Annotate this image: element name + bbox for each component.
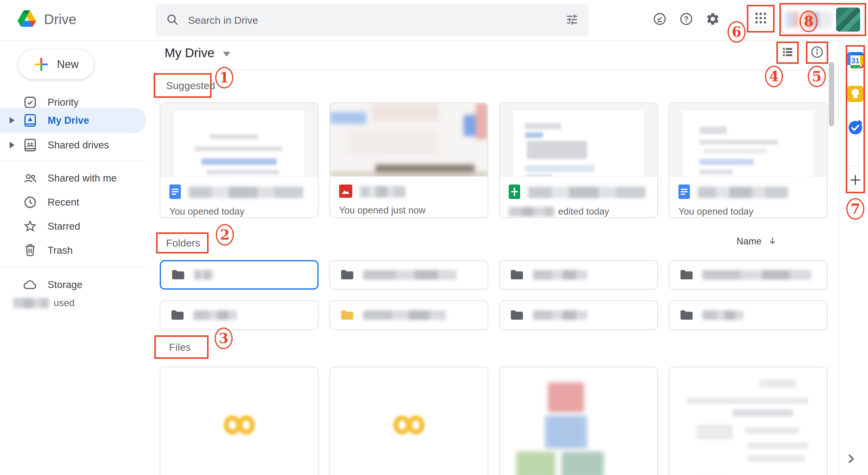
search-options-icon[interactable] xyxy=(565,13,579,27)
sheets-file-icon xyxy=(509,184,520,200)
header-divider xyxy=(157,70,828,70)
sidebar-item-shared-drives[interactable]: Shared drives xyxy=(0,133,147,157)
drive-logo[interactable]: Drive xyxy=(17,10,76,29)
sort-label[interactable]: Name xyxy=(737,236,762,247)
account-avatar[interactable] xyxy=(836,7,860,32)
expand-arrow-icon[interactable] xyxy=(10,117,14,124)
folder-card-selected[interactable] xyxy=(160,260,318,290)
search-bar[interactable]: Search in Drive xyxy=(156,4,589,36)
left-sidebar: New Priority My Drive xyxy=(0,40,152,475)
sidebar-item-shared-with-me[interactable]: Shared with me xyxy=(0,166,147,190)
panel-divider xyxy=(848,166,862,166)
folder-icon xyxy=(680,309,693,321)
annotation-number-3: 3 xyxy=(215,328,233,349)
folder-card[interactable] xyxy=(499,260,658,290)
folder-icon-yellow xyxy=(340,309,354,321)
trash-icon xyxy=(23,243,37,258)
sidebar-divider xyxy=(0,267,147,267)
annotation-number-4: 4 xyxy=(765,66,783,87)
annotation-number-6: 6 xyxy=(727,21,746,43)
storage-used-row: used xyxy=(13,297,74,309)
docs-file-icon xyxy=(169,184,181,200)
account-area[interactable] xyxy=(782,5,864,34)
annotation-number-1: 1 xyxy=(215,67,233,89)
help-icon[interactable]: ? xyxy=(678,11,694,27)
arrow-down-icon[interactable] xyxy=(767,235,778,247)
folder-icon xyxy=(680,269,693,280)
file-title-redacted xyxy=(189,186,303,198)
apps-grid-icon[interactable] xyxy=(753,11,768,27)
offline-status-icon[interactable] xyxy=(652,11,668,27)
suggested-card[interactable]: You opened today xyxy=(669,102,828,218)
vertical-scrollbar[interactable] xyxy=(829,62,834,127)
annotation-box-side-apps: 31 xyxy=(846,45,865,193)
star-icon xyxy=(23,219,37,234)
folder-card[interactable] xyxy=(330,300,488,330)
suggested-card[interactable]: edited today xyxy=(499,102,658,218)
folder-card[interactable] xyxy=(669,260,828,290)
folder-name-redacted xyxy=(363,310,446,320)
my-drive-icon xyxy=(23,113,37,128)
sidebar-item-recent[interactable]: Recent xyxy=(0,190,147,214)
plus-multicolor-icon xyxy=(33,57,49,72)
annotation-number-8: 8 xyxy=(800,10,818,32)
google-tasks-icon[interactable] xyxy=(847,120,864,137)
chevron-down-icon[interactable] xyxy=(223,52,230,57)
annotation-box-suggested: Suggested xyxy=(154,73,212,98)
storage-cloud-icon xyxy=(23,277,37,292)
location-title[interactable]: My Drive xyxy=(164,46,230,60)
emoji-thumbnail-redacted xyxy=(224,415,255,435)
search-input[interactable]: Search in Drive xyxy=(188,14,565,26)
suggested-card[interactable]: You opened today xyxy=(160,102,318,218)
priority-icon xyxy=(23,95,37,109)
collapse-panel-chevron[interactable] xyxy=(843,451,858,467)
settings-gear-icon[interactable] xyxy=(705,11,721,27)
sidebar-divider xyxy=(0,161,147,161)
right-side-panel: 31 7 xyxy=(838,40,868,475)
sort-control[interactable]: Name xyxy=(737,235,778,247)
folder-name-redacted xyxy=(703,270,811,280)
expand-arrow-icon[interactable] xyxy=(10,142,14,148)
google-drive-app: Drive Search in Drive ? xyxy=(0,0,868,475)
file-thumbnail xyxy=(160,103,318,177)
annotation-box-details xyxy=(806,41,828,64)
annotation-box-folders: Folders xyxy=(156,232,209,253)
google-calendar-icon[interactable]: 31 xyxy=(847,52,864,68)
file-card[interactable] xyxy=(669,367,828,475)
list-view-icon[interactable] xyxy=(781,45,795,60)
file-card[interactable] xyxy=(499,367,658,475)
sidebar-item-my-drive[interactable]: My Drive xyxy=(0,108,147,133)
file-thumbnail xyxy=(500,103,657,177)
search-icon[interactable] xyxy=(166,13,179,27)
folder-name-redacted xyxy=(703,310,743,320)
folder-icon xyxy=(340,269,354,280)
annotation-box-account: 8 xyxy=(779,3,866,36)
shared-with-me-icon xyxy=(23,171,37,185)
google-keep-icon[interactable] xyxy=(847,86,864,102)
new-button[interactable]: New xyxy=(18,49,94,79)
drive-logo-icon xyxy=(17,10,37,29)
file-card[interactable] xyxy=(330,367,488,475)
folder-card[interactable] xyxy=(330,260,488,290)
folder-card[interactable] xyxy=(160,300,318,330)
new-button-label: New xyxy=(57,58,79,71)
folder-name-redacted xyxy=(194,270,213,280)
card-caption: You opened today xyxy=(169,206,318,217)
folder-card[interactable] xyxy=(669,300,828,330)
folder-card[interactable] xyxy=(499,300,658,330)
add-icon[interactable] xyxy=(848,173,862,188)
card-caption: You opened today xyxy=(678,206,827,217)
storage-used-label: used xyxy=(54,297,74,309)
info-icon[interactable] xyxy=(810,45,824,60)
image-file-icon xyxy=(339,184,352,199)
folder-icon xyxy=(510,309,524,321)
sidebar-item-storage[interactable]: Storage xyxy=(0,273,147,297)
shared-drives-icon xyxy=(23,138,37,152)
sidebar-item-trash[interactable]: Trash xyxy=(0,238,147,263)
folder-icon xyxy=(170,309,184,321)
suggested-card[interactable]: You opened just now xyxy=(330,102,488,218)
folder-icon xyxy=(510,269,524,280)
sidebar-item-starred[interactable]: Starred xyxy=(0,214,147,238)
file-card[interactable] xyxy=(160,367,318,475)
annotation-box-apps xyxy=(747,5,775,33)
